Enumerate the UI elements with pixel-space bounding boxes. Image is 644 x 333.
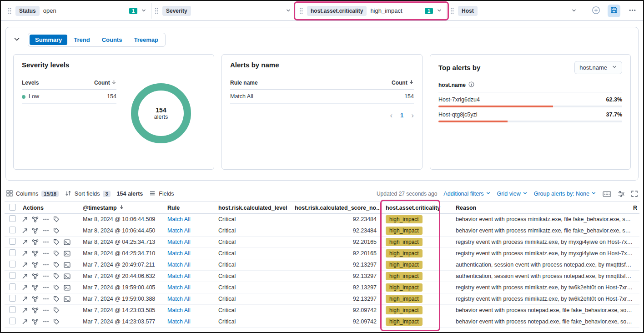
next-page-icon[interactable]: › [411,111,414,120]
session-view-icon[interactable] [64,262,70,268]
session-view-icon[interactable] [64,273,70,279]
header-timestamp[interactable]: @timestamp [80,205,165,211]
top-alerts-field-select[interactable]: host.name [574,61,622,74]
more-actions-icon[interactable] [43,307,49,313]
expand-alert-icon[interactable] [22,319,28,325]
filter-host[interactable]: Host [447,3,581,19]
add-filter-icon[interactable] [589,5,602,17]
analyze-event-icon[interactable] [32,307,39,314]
rule-link[interactable]: Match All [167,250,191,257]
rule-link[interactable]: Match All [167,239,191,245]
investigate-in-timeline-icon[interactable] [53,284,60,291]
rule-link[interactable]: Match All [167,318,191,325]
tab-summary[interactable]: Summary [30,35,67,45]
tab-trend[interactable]: Trend [68,35,95,45]
select-all-checkbox[interactable] [9,204,16,211]
analyze-event-icon[interactable] [32,318,39,325]
rule-link[interactable]: Match All [167,296,191,302]
row-checkbox[interactable] [9,215,16,222]
expand-alert-icon[interactable] [22,308,28,313]
investigate-in-timeline-icon[interactable] [53,227,60,234]
drag-handle-icon[interactable] [450,7,454,15]
investigate-in-timeline-icon[interactable] [53,216,60,222]
session-view-icon[interactable] [64,239,70,245]
rule-link[interactable]: Match All [167,227,191,234]
row-checkbox[interactable] [9,295,16,302]
sort-fields-control[interactable]: Sort fields 3 [65,190,111,198]
more-actions-icon[interactable] [43,273,49,279]
header-reason[interactable]: Reason [452,205,633,211]
investigate-in-timeline-icon[interactable] [53,239,60,245]
filter-severity[interactable]: Severity [151,3,296,19]
row-checkbox[interactable] [9,249,16,256]
row-checkbox[interactable] [9,283,16,290]
analyze-event-icon[interactable] [32,284,39,291]
save-query-button[interactable] [608,5,620,17]
analyze-event-icon[interactable] [32,227,39,234]
header-rule[interactable]: Rule [165,205,216,211]
more-actions-icon[interactable] [43,227,49,234]
more-actions-icon[interactable] [43,262,49,268]
analyze-event-icon[interactable] [32,239,39,246]
tab-treemap[interactable]: Treemap [128,35,163,45]
session-view-icon[interactable] [64,251,70,257]
drag-handle-icon[interactable] [299,7,303,15]
analyze-event-icon[interactable] [32,262,39,268]
display-options-icon[interactable] [618,191,625,197]
investigate-in-timeline-icon[interactable] [53,262,60,268]
more-menu-icon[interactable] [626,5,639,17]
header-risk-level[interactable]: host.risk.calculated_level [216,205,292,211]
rule-link[interactable]: Match All [167,273,191,279]
more-actions-icon[interactable] [43,239,49,245]
drag-handle-icon[interactable] [154,7,159,15]
col-count[interactable]: Count [94,80,116,86]
columns-control[interactable]: Columns 15/18 [6,190,59,198]
group-alerts-link[interactable]: Group alerts by: None [534,191,596,197]
investigate-in-timeline-icon[interactable] [53,296,60,302]
drag-handle-icon[interactable] [7,7,12,15]
investigate-in-timeline-icon[interactable] [53,250,60,257]
rule-link[interactable]: Match All [167,307,191,313]
row-checkbox[interactable] [9,238,16,245]
collapse-panel-icon[interactable] [13,35,20,45]
session-view-icon[interactable] [64,285,70,291]
investigate-in-timeline-icon[interactable] [53,307,60,313]
analyze-event-icon[interactable] [32,216,39,223]
expand-alert-icon[interactable] [22,251,28,257]
header-criticality[interactable]: host.asset.criticality [380,205,452,211]
row-checkbox[interactable] [9,261,16,267]
rule-link[interactable]: Match All [167,262,191,268]
prev-page-icon[interactable]: ‹ [390,111,392,120]
header-risk-score[interactable]: host.risk.calculated_score_no... [292,205,380,211]
analyze-event-icon[interactable] [32,273,39,280]
analyze-event-icon[interactable] [32,296,39,303]
col-count[interactable]: Count [392,80,414,86]
row-checkbox[interactable] [9,227,16,233]
analyze-event-icon[interactable] [32,250,39,257]
rule-link[interactable]: Match All [167,284,191,291]
filter-status[interactable]: Statusopen1 [5,3,151,19]
rule-link[interactable]: Match All [167,216,191,222]
grid-view-link[interactable]: Grid view [497,191,528,197]
fields-control[interactable]: Fields [149,190,174,198]
session-view-icon[interactable] [64,296,70,302]
additional-filters-link[interactable]: Additional filters [443,191,490,197]
row-checkbox[interactable] [9,272,16,279]
expand-alert-icon[interactable] [22,228,28,234]
expand-alert-icon[interactable] [22,239,28,245]
investigate-in-timeline-icon[interactable] [53,318,60,325]
expand-alert-icon[interactable] [22,217,28,222]
more-actions-icon[interactable] [43,284,49,291]
investigate-in-timeline-icon[interactable] [53,273,60,279]
more-actions-icon[interactable] [43,318,49,325]
row-checkbox[interactable] [9,306,16,313]
more-actions-icon[interactable] [43,250,49,257]
filter-host-asset-criticality[interactable]: host.asset.criticalityhigh_impact1 [296,3,447,19]
expand-alert-icon[interactable] [22,296,28,302]
expand-alert-icon[interactable] [22,273,28,279]
more-actions-icon[interactable] [43,296,49,302]
page-number[interactable]: 1 [400,112,404,119]
tab-counts[interactable]: Counts [96,35,128,45]
more-actions-icon[interactable] [43,216,49,222]
keyboard-shortcuts-icon[interactable] [603,191,611,197]
